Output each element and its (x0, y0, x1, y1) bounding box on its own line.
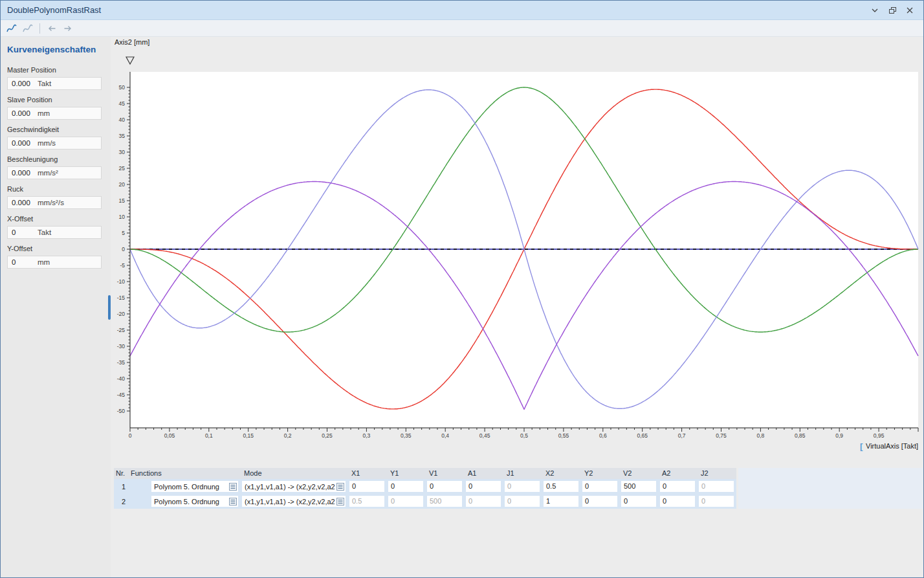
jerk-value: 0.000 (12, 199, 34, 206)
y-tick-label: -30 (117, 343, 126, 350)
row2-function-select[interactable]: Polynom 5. Ordnung (151, 496, 238, 507)
velocity-input[interactable]: 0.000 mm/s (7, 137, 102, 150)
curve-tool-1-button[interactable] (5, 21, 19, 36)
collapse-button[interactable] (868, 3, 882, 17)
row2-y2-input[interactable]: 0 (582, 496, 617, 507)
y-tick-label: 10 (119, 214, 126, 220)
y-tick-label: 25 (119, 165, 126, 172)
row2-v2-input[interactable]: 0 (621, 496, 656, 507)
table-filler (738, 468, 923, 509)
row1-v2-input[interactable]: 500 (621, 481, 656, 492)
x-tick-label: 0,65 (637, 432, 648, 439)
field-jerk: Ruck 0.000 mm/s²/s (7, 185, 105, 209)
segments-table: Nr. Functions Mode X1 Y1 V1 A1 J1 X2 Y2 … (114, 468, 923, 509)
function-name: Polynom 5. Ordnung (154, 498, 229, 506)
x-tick-label: 0,45 (479, 432, 490, 439)
row1-y1-input[interactable]: 0 (388, 481, 423, 492)
x-tick-label: 0,75 (716, 432, 727, 439)
row2-x2-input[interactable]: 1 (544, 496, 578, 507)
y-offset-label: Y-Offset (7, 245, 105, 252)
forward-button[interactable] (61, 21, 75, 36)
velocity-unit: mm/s (38, 139, 56, 147)
y-tick-label: -5 (120, 262, 125, 269)
acceleration-label: Beschleunigung (7, 155, 105, 163)
row2-mode-cell: (x1,y1,v1,a1) -> (x2,y2,v2,a2 (241, 494, 348, 509)
close-button[interactable] (903, 3, 917, 17)
y-tick-label: 5 (122, 230, 125, 236)
y-tick-label: 35 (119, 133, 126, 139)
row2-a2-input[interactable]: 0 (660, 496, 695, 507)
col-header-x1: X1 (348, 468, 387, 479)
x-offset-input[interactable]: 0 Takt (7, 226, 102, 239)
slave-position-unit: mm (38, 109, 50, 117)
x-tick-label: 0,55 (558, 432, 569, 439)
row1-a1-input[interactable]: 0 (466, 481, 501, 492)
x-tick-label: 0,35 (401, 432, 412, 439)
titlebar: DoublePolynomRastRast (1, 1, 923, 20)
jerk-label: Ruck (7, 185, 105, 193)
back-button[interactable] (45, 21, 59, 36)
restore-button[interactable] (885, 3, 899, 17)
row1-v1-input[interactable]: 0 (427, 481, 462, 492)
field-master-position: Master Position 0.000 Takt (7, 66, 105, 90)
field-slave-position: Slave Position 0.000 mm (7, 96, 105, 120)
y-tick-label: -35 (117, 359, 126, 366)
chart-pane: -50-45-40-35-30-25-20-15-10-505101520253… (111, 37, 923, 577)
cam-chart: -50-45-40-35-30-25-20-15-10-505101520253… (111, 37, 924, 458)
curve-icon (6, 24, 17, 33)
acceleration-input[interactable]: 0.000 mm/s² (7, 166, 102, 179)
row1-x1-input[interactable]: 0 (349, 481, 384, 492)
row2-v1-input: 500 (427, 496, 462, 507)
field-x-offset: X-Offset 0 Takt (7, 215, 105, 239)
row1-a2-input[interactable]: 0 (660, 481, 695, 492)
expand-icon[interactable] (336, 483, 344, 491)
x-tick-label: 0,4 (441, 432, 449, 439)
master-position-label: Master Position (7, 66, 105, 74)
row2-mode-select[interactable]: (x1,y1,v1,a1) -> (x2,y2,v2,a2 (242, 496, 346, 507)
x-axis-title: VirtualAxis [Takt] (866, 442, 918, 450)
velocity-value: 0.000 (12, 139, 34, 147)
row1-y2-input[interactable]: 0 (582, 481, 617, 492)
expand-icon[interactable] (336, 498, 344, 506)
curve-icon-disabled (23, 24, 33, 33)
function-name: Polynom 5. Ordnung (154, 483, 229, 491)
y-axis-title: Axis2 [mm] (115, 38, 149, 46)
curve-tool-2-button[interactable] (21, 21, 35, 36)
col-header-x2: X2 (542, 468, 581, 479)
row1-x2-input[interactable]: 0.5 (544, 481, 578, 492)
panel-title: Kurveneigenschaften (7, 45, 105, 54)
acceleration-unit: mm/s² (38, 169, 58, 177)
row2-x1-input: 0.5 (349, 496, 384, 507)
slave-position-input[interactable]: 0.000 mm (7, 107, 102, 120)
x-offset-value: 0 (12, 228, 34, 236)
jerk-input[interactable]: 0.000 mm/s²/s (7, 196, 102, 209)
x-tick-label: 0,1 (205, 432, 213, 439)
y-tick-label: -10 (117, 278, 126, 285)
x-tick-label: 0,7 (678, 432, 686, 439)
expand-icon[interactable] (229, 483, 237, 491)
y-tick-label: 0 (122, 246, 125, 252)
master-position-input[interactable]: 0.000 Takt (7, 77, 102, 90)
x-tick-label: 0,8 (756, 432, 764, 439)
row1-mode-select[interactable]: (x1,y1,v1,a1) -> (x2,y2,v2,a2 (242, 481, 346, 492)
col-header-nr: Nr. (114, 468, 129, 479)
x-tick-label: 0,2 (284, 432, 292, 439)
expand-icon[interactable] (229, 498, 237, 506)
y-tick-label: -15 (117, 295, 126, 301)
x-tick-label: 0,95 (874, 432, 885, 439)
row1-mode-cell: (x1,y1,v1,a1) -> (x2,y2,v2,a2 (241, 479, 348, 494)
master-position-marker[interactable] (126, 57, 134, 64)
restore-icon (889, 7, 896, 14)
close-icon (907, 7, 913, 14)
row1-function-select[interactable]: Polynom 5. Ordnung (151, 481, 238, 492)
y-tick-label: -40 (117, 375, 126, 382)
col-header-y2: Y2 (581, 468, 620, 479)
y-tick-label: -25 (117, 327, 126, 333)
arrow-right-icon (63, 25, 72, 32)
x-tick-label: 0,05 (164, 432, 175, 439)
y-offset-input[interactable]: 0 mm (7, 256, 102, 269)
x-tick-label: 0,85 (795, 432, 806, 439)
y-tick-label: 40 (119, 117, 126, 123)
field-y-offset: Y-Offset 0 mm (7, 245, 105, 269)
splitter-handle[interactable] (108, 295, 111, 320)
